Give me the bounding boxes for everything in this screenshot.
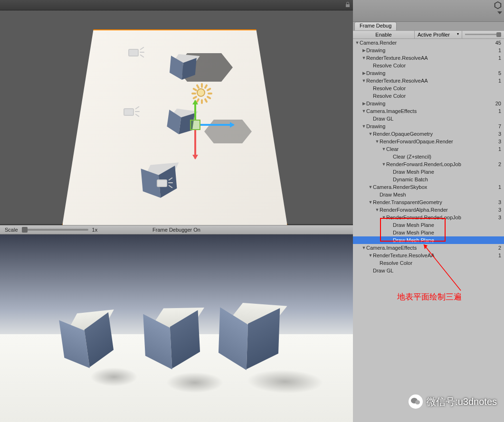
expand-icon[interactable] <box>375 139 380 144</box>
tree-label: RenderForward.RenderLoopJob <box>386 215 461 220</box>
tree-row[interactable]: Drawing20 <box>353 100 504 107</box>
expand-icon[interactable] <box>355 40 360 45</box>
annotation-text: 地表平面绘制三遍 <box>397 291 462 302</box>
tree-row[interactable]: Draw GL <box>353 115 504 122</box>
expand-icon[interactable] <box>381 147 386 151</box>
center-handle[interactable] <box>190 120 200 130</box>
frame-debug-toolbar: Enable Active Profiler <box>353 30 504 39</box>
scene-view[interactable] <box>0 0 353 224</box>
scale-label: Scale <box>5 227 18 233</box>
spotlight-icon[interactable] <box>157 177 172 192</box>
x-axis-handle[interactable] <box>200 124 234 126</box>
expand-icon[interactable] <box>381 162 386 167</box>
tree-label: Render.OpaqueGeometry <box>373 131 433 137</box>
tree-row[interactable]: RenderForward.RenderLoopJob3 <box>353 214 504 221</box>
expand-icon[interactable] <box>361 245 366 250</box>
tree-label: Camera.ImageEffects <box>366 108 417 114</box>
tree-label: Camera.RenderSkybox <box>373 184 427 190</box>
annotation-arrow <box>418 241 466 293</box>
tree-count: 3 <box>498 139 501 144</box>
svg-line-0 <box>424 244 461 291</box>
tree-row[interactable]: Drawing1 <box>353 47 504 54</box>
profiler-dropdown[interactable]: Active Profiler <box>415 31 462 38</box>
inspector-header <box>353 0 504 22</box>
shadow <box>166 372 223 393</box>
tree-count: 5 <box>498 70 501 76</box>
tree-label: Draw Mesh Plane <box>393 169 434 175</box>
tree-row[interactable]: RenderTexture.ResolveAA1 <box>353 77 504 84</box>
frame-slider[interactable] <box>462 31 504 38</box>
tree-row[interactable]: Draw Mesh Plane <box>353 168 504 176</box>
expand-icon[interactable] <box>381 215 386 220</box>
spotlight-icon[interactable] <box>128 46 143 61</box>
tree-row[interactable]: Drawing5 <box>353 69 504 77</box>
tree-count: 1 <box>498 253 501 258</box>
tab-frame-debug[interactable]: Frame Debug <box>354 22 397 30</box>
expand-icon[interactable] <box>375 207 380 212</box>
tree-label: Drawing <box>366 47 385 53</box>
expand-icon[interactable] <box>361 78 366 83</box>
expand-icon[interactable] <box>368 131 373 136</box>
expand-icon[interactable] <box>368 185 373 189</box>
tree-row[interactable]: Resolve Color <box>353 62 504 69</box>
tree-label: Draw Mesh Plane <box>393 222 434 228</box>
tree-row[interactable]: Resolve Color <box>353 84 504 92</box>
tree-row[interactable]: Dynamic Batch <box>353 176 504 183</box>
tree-label: RenderForward.RenderLoopJob <box>386 161 461 167</box>
tree-count: 1 <box>498 55 501 61</box>
tree-row[interactable]: Drawing7 <box>353 122 504 130</box>
game-view[interactable] <box>0 234 353 422</box>
tree-count: 3 <box>498 215 501 220</box>
spotlight-icon[interactable] <box>124 105 139 121</box>
tree-label: Resolve Color <box>373 63 406 68</box>
tree-label: Draw Mesh Plane <box>393 230 434 235</box>
tree-row[interactable]: Clear (Z+stencil) <box>353 153 504 160</box>
expand-icon[interactable] <box>368 253 373 258</box>
expand-icon[interactable] <box>368 200 373 205</box>
tree-label: Camera.ImageEffects <box>366 245 417 251</box>
tree-count: 45 <box>495 40 501 46</box>
tree-row[interactable]: Draw Mesh Plane <box>353 221 504 229</box>
tree-row[interactable]: Camera.ImageEffects1 <box>353 107 504 115</box>
expand-icon[interactable] <box>361 101 366 106</box>
tree-row[interactable]: Clear1 <box>353 145 504 153</box>
tree-row[interactable]: RenderForwardAlpha.Render3 <box>353 206 504 214</box>
dropdown-icon[interactable] <box>497 11 502 17</box>
transform-gizmo[interactable] <box>190 120 200 130</box>
tree-row[interactable]: Render.TransparentGeometry3 <box>353 198 504 206</box>
cube-object[interactable] <box>169 54 197 82</box>
tree-label: Draw Mesh <box>380 192 406 197</box>
tree-row[interactable]: RenderTexture.ResolveAA1 <box>353 54 504 62</box>
tree-row[interactable]: Camera.Render45 <box>353 39 504 47</box>
scale-slider[interactable] <box>22 229 88 231</box>
tree-label: Clear (Z+stencil) <box>393 154 431 159</box>
tree-label: Resolve Color <box>380 260 412 266</box>
scene-viewport[interactable] <box>0 10 353 224</box>
tree-count: 1 <box>498 184 501 190</box>
tree-count: 3 <box>498 131 501 137</box>
tree-row[interactable]: Resolve Color <box>353 92 504 100</box>
tree-count: 20 <box>495 101 501 106</box>
expand-icon[interactable] <box>361 109 366 113</box>
tree-row[interactable]: RenderForward.RenderLoopJob2 <box>353 160 504 168</box>
shadow <box>90 367 138 386</box>
y-axis-handle[interactable] <box>194 101 196 120</box>
tree-label: Resolve Color <box>373 85 406 91</box>
wechat-icon <box>409 394 423 409</box>
expand-icon[interactable] <box>361 56 366 60</box>
expand-icon[interactable] <box>361 124 366 129</box>
tree-label: Resolve Color <box>373 93 406 99</box>
tree-label: Drawing <box>366 70 385 76</box>
tree-row[interactable]: Camera.RenderSkybox1 <box>353 183 504 191</box>
draw-call-tree[interactable]: Camera.Render45Drawing1RenderTexture.Res… <box>353 39 504 274</box>
tree-row[interactable]: Draw Mesh Plane <box>353 229 504 236</box>
tree-row[interactable]: RenderForwardOpaque.Render3 <box>353 138 504 145</box>
unity-icon <box>494 1 502 9</box>
z-axis-handle[interactable] <box>194 130 196 159</box>
tree-row[interactable]: Render.OpaqueGeometry3 <box>353 130 504 138</box>
expand-icon[interactable] <box>361 71 366 75</box>
enable-button[interactable]: Enable <box>353 31 415 38</box>
tree-row[interactable]: Draw Mesh <box>353 191 504 198</box>
expand-icon[interactable] <box>361 48 366 53</box>
tab-bar: Frame Debug <box>353 22 504 30</box>
